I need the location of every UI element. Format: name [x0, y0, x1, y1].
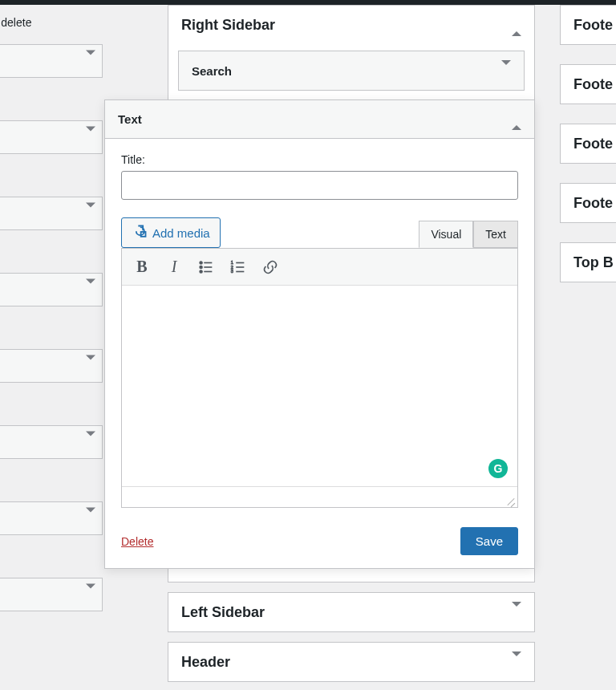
- widget-desc: r site.: [0, 535, 103, 574]
- area-title: Foote: [573, 76, 613, 93]
- available-widgets-column: a widget and delete yer. categories. ler…: [0, 5, 103, 611]
- chevron-down-icon: [501, 65, 511, 77]
- available-widget[interactable]: [0, 120, 103, 154]
- chevron-down-icon: [86, 284, 95, 296]
- chevron-down-icon: [86, 55, 95, 67]
- available-widget[interactable]: [0, 44, 103, 78]
- area-title: Foote: [573, 195, 613, 212]
- svg-point-5: [200, 270, 202, 273]
- chevron-up-icon: [512, 19, 521, 31]
- available-widget[interactable]: [0, 349, 103, 383]
- widget-desc: categories.: [0, 154, 103, 193]
- widget-desc: lery.: [0, 230, 103, 270]
- editor-container: B I 1 2 3: [121, 248, 518, 508]
- link-button[interactable]: [257, 254, 284, 281]
- available-widget[interactable]: [0, 197, 103, 230]
- chevron-down-icon: [86, 436, 95, 448]
- widget-label: Search: [192, 64, 232, 78]
- widget-area-item[interactable]: Top B: [560, 242, 616, 282]
- chevron-down-icon: [86, 360, 95, 372]
- area-title: Foote: [573, 136, 613, 152]
- area-title: Header: [181, 654, 230, 671]
- delete-link[interactable]: Delete: [121, 535, 153, 548]
- svg-point-1: [200, 262, 202, 264]
- svg-text:3: 3: [231, 269, 233, 274]
- chevron-down-icon: [86, 132, 95, 144]
- area-header[interactable]: Right Sidebar: [168, 6, 534, 44]
- widget-area-item[interactable]: Foote: [560, 124, 616, 164]
- widget-desc: ess.org links.: [0, 306, 103, 346]
- bullet-list-button[interactable]: [192, 254, 220, 281]
- tab-text[interactable]: Text: [473, 221, 518, 248]
- tab-visual[interactable]: Visual: [419, 221, 473, 248]
- chevron-down-icon: [512, 656, 521, 668]
- available-widget[interactable]: [0, 578, 103, 611]
- area-title: Top B: [573, 254, 614, 271]
- widget-area-item[interactable]: Foote: [560, 183, 616, 223]
- widget-area-left-sidebar[interactable]: Left Sidebar: [168, 592, 535, 632]
- grammarly-icon[interactable]: G: [488, 459, 508, 478]
- chevron-down-icon: [512, 607, 521, 619]
- text-widget-panel: Text Title: Add media Visual Text: [104, 99, 535, 569]
- available-widget[interactable]: [0, 273, 103, 306]
- text-widget-body: Title: Add media Visual Text B: [105, 139, 534, 568]
- column-description: a widget and delete: [0, 5, 103, 41]
- title-label: Title:: [121, 153, 518, 166]
- editor-statusbar: [122, 486, 517, 507]
- resize-handle[interactable]: [505, 494, 516, 505]
- editor-canvas[interactable]: G: [122, 286, 517, 486]
- editor-tab-group: Visual Text: [419, 221, 518, 248]
- italic-button[interactable]: I: [160, 254, 188, 281]
- text-widget-header[interactable]: Text: [105, 100, 534, 139]
- text-widget-title-label: Text: [118, 112, 142, 126]
- add-media-button[interactable]: Add media: [121, 217, 221, 248]
- bold-button[interactable]: B: [128, 254, 156, 281]
- chevron-down-icon: [86, 589, 95, 601]
- area-header[interactable]: Left Sidebar: [168, 593, 534, 631]
- more-widget-areas-column: Foote Foote Foote Foote Top B: [560, 5, 616, 302]
- widget-desc: t Posts.: [0, 459, 103, 498]
- add-media-label: Add media: [152, 226, 210, 240]
- widget-area-item[interactable]: Foote: [560, 5, 616, 45]
- area-header[interactable]: Header: [168, 643, 534, 681]
- chevron-up-icon: [512, 113, 521, 125]
- chevron-down-icon: [86, 208, 95, 220]
- widget-desc: ges.: [0, 383, 103, 422]
- save-button[interactable]: Save: [460, 527, 518, 555]
- widget-desc: yer.: [0, 78, 103, 117]
- title-input[interactable]: [121, 171, 518, 200]
- numbered-list-button[interactable]: 1 2 3: [225, 254, 252, 281]
- widget-area-item[interactable]: Foote: [560, 64, 616, 104]
- available-widget[interactable]: [0, 501, 103, 535]
- widget-area-header[interactable]: Header: [168, 642, 535, 682]
- area-title: Left Sidebar: [181, 604, 265, 621]
- chevron-down-icon: [86, 513, 95, 525]
- svg-point-3: [200, 266, 202, 268]
- widget-item-search[interactable]: Search: [178, 51, 525, 91]
- media-icon: [132, 224, 148, 242]
- editor-toolbar: B I 1 2 3: [122, 249, 517, 286]
- area-title: Foote: [573, 17, 613, 34]
- available-widget[interactable]: [0, 425, 103, 459]
- area-title: Right Sidebar: [181, 17, 275, 34]
